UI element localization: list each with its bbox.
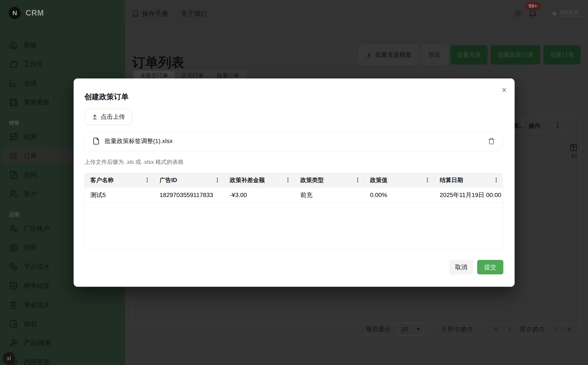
preview-table: 客户名称 广告ID 政策补差金额 政策类型 政策值 <box>84 173 503 250</box>
column-header-policy-diff: 政策补差金额 <box>224 173 295 187</box>
sidebar-item-label: 工作流 <box>24 60 43 69</box>
column-header-customer: 客户名称 <box>85 173 154 187</box>
briefcase-icon <box>9 60 18 69</box>
per-page-select[interactable]: 20 <box>398 323 424 336</box>
sidebar-item-content-review[interactable]: 内容审查 <box>0 352 125 365</box>
cell-ad-id: 1829703559117833 <box>154 192 224 198</box>
sidebar-item-label: 钱包 <box>24 319 37 328</box>
columns-settings-icon[interactable] <box>569 143 578 152</box>
first-page-icon[interactable] <box>492 326 499 333</box>
list-ordered-icon <box>9 152 18 160</box>
coins-icon <box>9 262 18 271</box>
notification-badge: 99+ <box>525 2 541 10</box>
film-icon <box>9 98 18 107</box>
page-title: 订单列表 <box>132 56 184 69</box>
create-policy-order-dialog: 创建政策订单 点击上传 批量政策标签调整(1).xlsx 上传文件后缀为 .xl… <box>74 78 515 287</box>
sidebar-item-label: 商务结算 <box>24 281 50 290</box>
wallet-icon <box>9 319 18 328</box>
home-icon <box>9 41 18 49</box>
database-icon <box>9 281 18 290</box>
column-label: 广告ID <box>160 176 177 184</box>
cell-policy-type: 前充 <box>295 191 364 199</box>
sidebar-item-workflow[interactable]: 工作流 <box>0 55 125 74</box>
file-icon <box>92 137 100 145</box>
column-menu-icon[interactable] <box>144 177 150 183</box>
users-icon <box>9 190 18 198</box>
column-label: 政策值 <box>370 176 387 184</box>
columns-settings-label[interactable]: 列 <box>571 152 577 160</box>
cell-policy-value: 0.00% <box>364 192 434 198</box>
sidebar-item-label: 广告账户 <box>24 224 50 233</box>
topbar: 操作手册 关于我们 99+ 花熙互动 <box>125 0 588 28</box>
sidebar-item-products-services[interactable]: 产品/服务 <box>0 333 125 352</box>
upload-hint: 上传文件后缀为 .xls 或 .xlsx 格式的表格 <box>84 158 184 166</box>
uploaded-file-row: 批量政策标签调整(1).xlsx <box>84 131 503 151</box>
column-header-settle-date: 结算日期 <box>434 173 503 187</box>
sidebar-item-label: 平台流水 <box>24 262 50 271</box>
prev-page-icon[interactable] <box>507 326 514 333</box>
user-avatar[interactable]: xl <box>3 352 15 365</box>
sidebar-item-label: 消耗 <box>24 243 37 252</box>
column-menu-icon[interactable] <box>214 177 220 183</box>
next-page-icon[interactable] <box>552 326 559 333</box>
theme-toggle-icon[interactable] <box>514 9 522 18</box>
column-menu-icon[interactable] <box>493 177 499 183</box>
sidebar-item-label: 客户 <box>24 190 37 198</box>
column-label: 结算日期 <box>440 176 463 184</box>
preview-table-header: 客户名称 广告ID 政策补差金额 政策类型 政策值 <box>85 173 503 187</box>
file-name: 批量政策标签调整(1).xlsx <box>105 137 173 145</box>
page-toolbar: 批量充值模板 导出 批量充值 创建政策订单 创建订单 <box>359 45 581 65</box>
cell-policy-diff: -¥3.00 <box>224 192 295 198</box>
sidebar-item-label: 面板 <box>24 41 37 50</box>
last-page-icon[interactable] <box>566 326 572 333</box>
sidebar-item-funds-flow[interactable]: 资金流水 <box>0 295 125 314</box>
column-label: 政策补差金额 <box>230 176 265 184</box>
upload-button-label: 点击上传 <box>101 113 125 121</box>
bank-icon <box>9 300 18 309</box>
sidebar-item-label: 订单 <box>24 152 37 160</box>
bulk-recharge-template-button[interactable]: 批量充值模板 <box>359 45 418 65</box>
close-icon[interactable] <box>501 87 507 93</box>
notifications-button[interactable]: 99+ <box>528 9 537 18</box>
menu-about[interactable]: 关于我们 <box>181 9 207 18</box>
menu-manual[interactable]: 操作手册 <box>132 9 168 18</box>
download-icon <box>366 52 372 58</box>
cell-settle-date: 2025年11月19日 00:00 <box>434 191 503 199</box>
button-label: 批量充值 <box>457 51 481 59</box>
submit-button[interactable]: 提交 <box>477 260 503 274</box>
cancel-button[interactable]: 取消 <box>449 260 473 274</box>
company-subtitle <box>559 16 582 17</box>
column-menu-icon[interactable] <box>424 177 430 183</box>
trash-icon[interactable] <box>488 138 495 145</box>
sidebar-item-label: 线索 <box>24 133 37 141</box>
brand-logo-icon: N <box>9 7 21 19</box>
column-menu-icon[interactable] <box>554 121 561 129</box>
column-menu-icon[interactable] <box>285 177 291 183</box>
per-page-label: 每页显示 <box>366 325 390 333</box>
book-icon <box>132 10 139 17</box>
bulk-recharge-button[interactable]: 批量充值 <box>450 45 487 65</box>
flower-icon <box>552 11 557 16</box>
sidebar-item-label: 业绩 <box>24 79 37 88</box>
export-button[interactable]: 导出 <box>421 45 447 65</box>
sidebar-item-dashboard[interactable]: 面板 <box>0 35 125 55</box>
column-menu-icon[interactable] <box>355 177 361 183</box>
bell-icon <box>528 9 537 18</box>
create-policy-order-button[interactable]: 创建政策订单 <box>491 45 540 65</box>
table-row: 测试5 1829703559117833 -¥3.00 前充 0.00% 202… <box>85 187 503 203</box>
sidebar-item-wallet[interactable]: 钱包 <box>0 314 125 333</box>
button-label: 批量充值模板 <box>375 51 412 59</box>
caret-down-icon <box>417 328 420 330</box>
pagination-page-info: 页 0 的 0 <box>520 325 543 333</box>
upload-button[interactable]: 点击上传 <box>84 109 132 125</box>
topbar-divider <box>545 7 545 20</box>
app-window: N CRM 面板 工作流 业绩 素材看板 销售 线索 <box>0 0 588 365</box>
sidebar-item-label: 内容审查 <box>24 358 50 365</box>
dollar-circle-icon <box>9 243 18 252</box>
brand-name: CRM <box>26 8 44 18</box>
create-order-button[interactable]: 创建订单 <box>543 45 581 65</box>
per-page-value: 20 <box>401 326 408 333</box>
brand: N CRM <box>9 7 44 19</box>
menu-manual-label: 操作手册 <box>142 9 168 18</box>
avatar-initials: xl <box>7 355 11 362</box>
